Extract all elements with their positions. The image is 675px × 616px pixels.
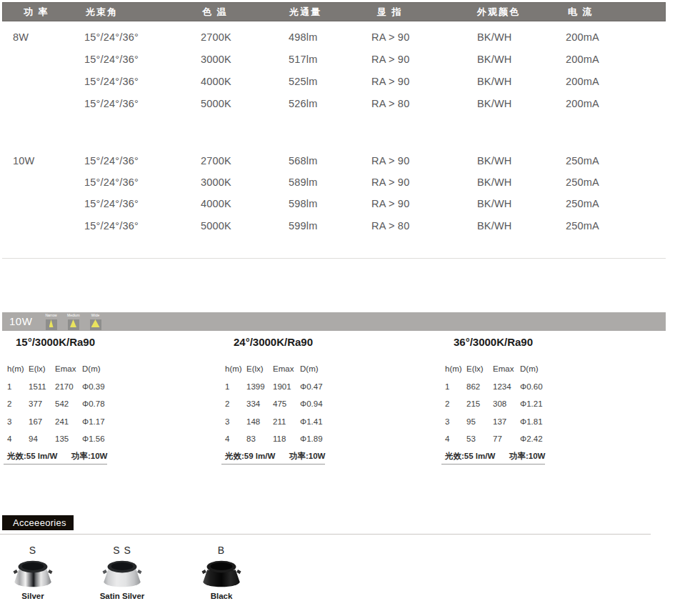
pt-cell: Φ1.56 [82,430,107,448]
accessories-title: Acceeeories [13,517,66,528]
pt-cell: Φ1.89 [300,430,325,448]
efficacy-label: 光效:59 lm/W [225,449,275,462]
pt-cell: Φ0.39 [82,378,107,396]
power-bar-label: 10W [9,312,32,331]
cell-finish: BK/WH [477,154,512,168]
pt-grid: h(m) E(lx) Emax D(m) 1 1511 2170 Φ0.39 2… [4,360,107,448]
accessories-header: Acceeeories [2,515,74,530]
table-row: 15°/24°/36° 4000K 525lm RA > 90 BK/WH 20… [0,74,675,89]
cell-cri: RA > 90 [371,30,409,44]
pt-cell: Φ0.47 [300,378,325,396]
pt-cell: Φ0.60 [520,378,545,396]
pt-cell: 215 [466,395,493,413]
cell-cri: RA > 90 [371,175,409,189]
pt-cell: 4 [7,430,29,448]
header-cell-power: 功 率 [24,3,49,21]
pt-cell: 2 [445,395,466,413]
beam-icon-label: Wide [89,313,101,318]
pt-cell: Φ0.94 [300,395,325,413]
cell-power: 10W [13,154,34,168]
power-label: 功率:10W [289,449,325,462]
cell-current: 200mA [566,52,599,66]
accessory-code: S [3,545,63,557]
accessory-code: B [191,545,251,557]
cell-finish: BK/WH [477,52,512,66]
pt-header-row: h(m) E(lx) Emax D(m) [4,360,107,378]
pt-cell: Φ1.41 [300,413,325,431]
cell-cri: RA > 80 [371,219,409,233]
beam-icon-wide: Wide [89,313,101,330]
power-label: 功率:10W [509,449,545,462]
pt-header-d: D(m) [82,360,107,378]
pt-cell: 862 [466,378,493,396]
cell-current: 200mA [566,30,599,44]
cell-current: 200mA [566,74,599,89]
pt-cell: Φ2.42 [520,430,545,448]
reflector-silver-icon [10,559,56,590]
cell-current: 250mA [566,175,599,189]
cell-beam-angle: 15°/24°/36° [84,74,139,89]
pt-row: 2 215 308 Φ1.21 [441,395,545,413]
accessory-label: Silver [3,592,63,600]
pt-cell: 1511 [29,378,55,396]
pt-header-emax: Emax [55,360,82,378]
pt-cell: 2 [225,395,246,413]
pt-row: 1 1399 1901 Φ0.47 [221,378,325,396]
pt-cell: Φ0.78 [82,395,107,413]
wide-beam-icon [90,319,101,330]
pt-grid: h(m) E(lx) Emax D(m) 1 1399 1901 Φ0.47 2… [221,360,325,448]
cell-finish: BK/WH [477,74,512,89]
cell-finish: BK/WH [477,30,512,44]
pt-row: 1 862 1234 Φ0.60 [441,378,545,396]
pt-cell: 4 [445,430,466,448]
table-row: 15°/24°/36° 3000K 589lm RA > 90 BK/WH 25… [0,175,675,189]
cell-cri: RA > 90 [371,197,409,211]
pt-grid: h(m) E(lx) Emax D(m) 1 862 1234 Φ0.60 2 … [441,360,545,448]
pt-header-emax: Emax [493,360,520,378]
pt-cell: Φ1.81 [520,413,545,431]
cell-current: 250mA [566,154,599,168]
pt-header-h: h(m) [225,360,246,378]
cell-current: 200mA [566,96,599,111]
beam-icons: Narrow Medium Wide [45,313,111,330]
pt-header-e: E(lx) [246,360,273,378]
pt-header-e: E(lx) [29,360,55,378]
cell-flux: 568lm [289,154,318,168]
accessory-item-satin-silver: S S Satin Silver [92,545,152,600]
pt-cell: 1 [225,378,246,396]
cell-beam-angle: 15°/24°/36° [84,175,139,189]
cell-cct: 3000K [201,52,231,66]
pt-row: 4 94 135 Φ1.56 [4,430,107,448]
pt-cell: 4 [225,430,246,448]
cell-cri: RA > 90 [371,74,409,89]
efficacy-label: 光效:55 lm/W [445,449,495,462]
pt-title: 36°/3000K/Ra90 [441,336,545,349]
pt-cell: 137 [493,413,520,431]
beam-icon-label: Narrow [45,313,57,318]
header-cell-cct: 色 温 [202,3,228,21]
pt-header-row: h(m) E(lx) Emax D(m) [441,360,545,378]
pt-cell: 308 [493,395,520,413]
pt-cell: 1234 [493,378,520,396]
pt-cell: 3 [7,413,29,431]
cell-flux: 498lm [289,30,318,44]
cell-finish: BK/WH [477,175,512,189]
pt-title: 24°/3000K/Ra90 [221,336,325,349]
pt-cell: 241 [55,413,82,431]
photometric-table-36: 36°/3000K/Ra90 h(m) E(lx) Emax D(m) 1 86… [441,336,545,465]
pt-header-e: E(lx) [466,360,493,378]
pt-cell: 53 [466,430,493,448]
pt-cell: 542 [55,395,82,413]
pt-cell: 118 [273,430,300,448]
cell-flux: 517lm [289,52,318,66]
table-row: 15°/24°/36° 5000K 526lm RA > 80 BK/WH 20… [0,96,675,111]
pt-row: 4 53 77 Φ2.42 [441,430,545,448]
cell-beam-angle: 15°/24°/36° [84,154,139,168]
cell-current: 250mA [566,197,599,211]
reflector-satin-silver-icon [99,559,145,590]
pt-cell: 3 [225,413,246,431]
pt-footer: 光效:55 lm/W 功率:10W [4,449,107,465]
power-bar: 10W Narrow Medium Wide [2,312,666,331]
cell-cct: 4000K [201,197,231,211]
cell-flux: 598lm [289,197,318,211]
